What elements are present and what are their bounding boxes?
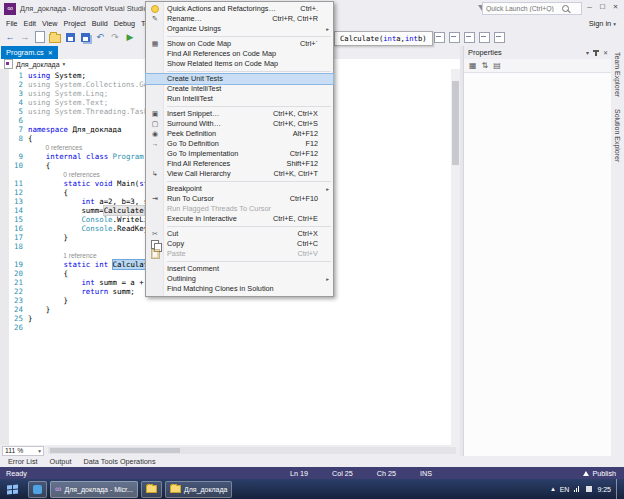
maximize-button[interactable]: ☐ [596, 1, 609, 12]
menu-project[interactable]: Project [60, 19, 88, 28]
close-icon[interactable]: ✕ [48, 49, 53, 56]
menu-separator [167, 71, 331, 72]
tab-program-cs[interactable]: Program.cs ✕ [1, 46, 58, 59]
new-file-icon[interactable] [34, 31, 46, 43]
menu-build[interactable]: Build [89, 19, 111, 28]
sign-in-link[interactable]: Sign in ▾ [589, 19, 616, 28]
menu-item-cut[interactable]: ✂CutCtrl+X [146, 229, 333, 239]
open-file-icon[interactable] [49, 31, 61, 43]
pin-icon[interactable] [595, 50, 597, 56]
menu-file[interactable]: File [3, 19, 21, 28]
menu-debug[interactable]: Debug [111, 19, 138, 28]
taskbar-button-1[interactable] [28, 481, 47, 498]
start-button[interactable] [0, 479, 25, 499]
editor-context-menu: Quick Actions and Refactorings…Ctrl+.✎Re… [145, 1, 334, 297]
navbar-project-dropdown[interactable]: Для_доклада [16, 61, 60, 68]
snippet-icon: ▣ [149, 110, 161, 118]
bottom-tab-error-list[interactable]: Error List [3, 457, 43, 466]
menu-item-run-to-cursor[interactable]: ⇥Run To CursorCtrl+F10 [146, 194, 333, 204]
minimize-button[interactable]: ─ [583, 1, 596, 12]
menu-item-go-to-implementation[interactable]: Go To ImplementationCtrl+F12 [146, 149, 333, 159]
line-number [9, 143, 28, 152]
menu-item-copy[interactable]: CopyCtrl+C [146, 239, 333, 249]
line-number: 26 [9, 323, 28, 332]
back-icon[interactable]: ← [4, 31, 16, 43]
menu-item-view-call-hierarchy[interactable]: ↳View Call HierarchyCtrl+K, Ctrl+T [146, 169, 333, 179]
side-tab-solution-explorer[interactable]: Solution Explorer [614, 109, 621, 162]
menu-item-show-on-code-map[interactable]: ▦Show on Code MapCtrl+` [146, 39, 333, 49]
quick-launch-box[interactable] [482, 2, 582, 15]
network-icon[interactable] [574, 486, 581, 492]
line-number: 14 [9, 206, 28, 215]
menu-item-show-related-items-on-code-map[interactable]: Show Related Items on Code Map [146, 59, 333, 69]
comment-icon[interactable] [433, 31, 445, 43]
save-all-icon[interactable] [79, 31, 91, 43]
chevron-down-icon[interactable]: ▾ [586, 49, 589, 56]
menu-item-execute-in-interactive[interactable]: Execute in InteractiveCtrl+E, Ctrl+E [146, 214, 333, 224]
alphabetical-icon[interactable]: ⇅ [482, 61, 489, 70]
menu-view[interactable]: View [39, 19, 60, 28]
menu-item-find-all-references[interactable]: Find All ReferencesShift+F12 [146, 159, 333, 169]
editor-vertical-scrollbar[interactable] [451, 69, 460, 445]
code-line-25[interactable]: 25} [0, 314, 451, 323]
bottom-tab-data-tools-operations[interactable]: Data Tools Operations [79, 457, 161, 466]
menu-item-label: Surround With… [167, 119, 221, 129]
property-pages-icon[interactable]: ▤ [493, 61, 501, 70]
publish-label: Publish [592, 469, 616, 478]
keyboard-layout[interactable]: EN [560, 486, 570, 493]
menu-item-rename[interactable]: ✎Rename…Ctrl+R, Ctrl+R [146, 14, 333, 24]
properties-body [464, 73, 612, 456]
side-tab-team-explorer[interactable]: Team Explorer [614, 52, 621, 97]
uncomment-icon[interactable] [448, 31, 460, 43]
show-desktop-button[interactable] [616, 479, 622, 499]
menu-item-label: Go To Definition [167, 139, 219, 149]
editor-horizontal-scrollbar[interactable] [48, 447, 456, 454]
menu-separator [167, 106, 331, 107]
status-column: Col 25 [332, 469, 353, 478]
bookmark-icon[interactable] [493, 31, 505, 43]
menu-item-go-to-definition[interactable]: →Go To DefinitionF12 [146, 139, 333, 149]
menu-item-outlining[interactable]: Outlining▸ [146, 274, 333, 284]
save-icon[interactable] [64, 31, 76, 43]
close-icon[interactable]: ✕ [603, 49, 608, 56]
undo-icon[interactable]: ↶ [94, 31, 106, 43]
publish-button[interactable]: Publish [583, 469, 616, 478]
menu-item-breakpoint[interactable]: Breakpoint▸ [146, 184, 333, 194]
tray-expand-icon[interactable]: ▴ [551, 485, 555, 493]
menu-item-surround-with[interactable]: ▢Surround With…Ctrl+K, Ctrl+S [146, 119, 333, 129]
menu-item-organize-usings[interactable]: Organize Usings▸ [146, 24, 333, 34]
volume-icon[interactable] [586, 486, 592, 492]
menu-item-find-matching-clones-in-solution[interactable]: Find Matching Clones in Solution [146, 284, 333, 294]
code-line-23[interactable]: 23 } [0, 296, 451, 305]
categorized-icon[interactable]: ▦ [469, 61, 477, 70]
code-line-24[interactable]: 24 } [0, 305, 451, 314]
menu-item-run-flagged-threads-to-cursor[interactable]: Run Flagged Threads To Cursor [146, 204, 333, 214]
quick-launch-input[interactable] [486, 5, 562, 12]
menu-item-create-unit-tests[interactable]: Create Unit Tests [146, 74, 333, 84]
menu-item-find-all-references-on-code-map[interactable]: Find All References on Code Map [146, 49, 333, 59]
properties-header[interactable]: Properties ▾✕ [464, 46, 612, 59]
bottom-tab-output[interactable]: Output [45, 457, 77, 466]
outdent-icon[interactable] [478, 31, 490, 43]
taskbar-button-2[interactable]: ∞Для_доклада - Micr... [50, 481, 138, 498]
taskbar-button-3[interactable] [141, 481, 162, 498]
menu-item-insert-comment[interactable]: Insert Comment [146, 264, 333, 274]
scrollbar-thumb[interactable] [50, 448, 180, 453]
start-debug-icon[interactable]: ▶ [124, 31, 136, 43]
clock[interactable]: 9:25 [597, 486, 611, 493]
code-line-26[interactable]: 26 [0, 323, 451, 332]
menu-item-insert-snippet[interactable]: ▣Insert Snippet…Ctrl+K, Ctrl+X [146, 109, 333, 119]
close-button[interactable]: ✕ [609, 1, 622, 12]
menu-edit[interactable]: Edit [21, 19, 39, 28]
taskbar-button-4[interactable]: Для_доклада [165, 481, 233, 498]
scrollbar-thumb[interactable] [452, 81, 459, 165]
redo-icon[interactable]: ↷ [109, 31, 121, 43]
menu-item-peek-definition[interactable]: ◉Peek DefinitionAlt+F12 [146, 129, 333, 139]
menu-item-run-intellitest[interactable]: Run IntelliTest [146, 94, 333, 104]
forward-icon[interactable]: → [19, 31, 31, 43]
menu-item-create-intellitest[interactable]: Create IntelliTest [146, 84, 333, 94]
menu-item-quick-actions-and-refactorings[interactable]: Quick Actions and Refactorings…Ctrl+. [146, 4, 333, 14]
indent-icon[interactable] [463, 31, 475, 43]
menu-item-paste[interactable]: PasteCtrl+V [146, 249, 333, 259]
zoom-control[interactable]: 111 % ▾ [2, 446, 44, 456]
